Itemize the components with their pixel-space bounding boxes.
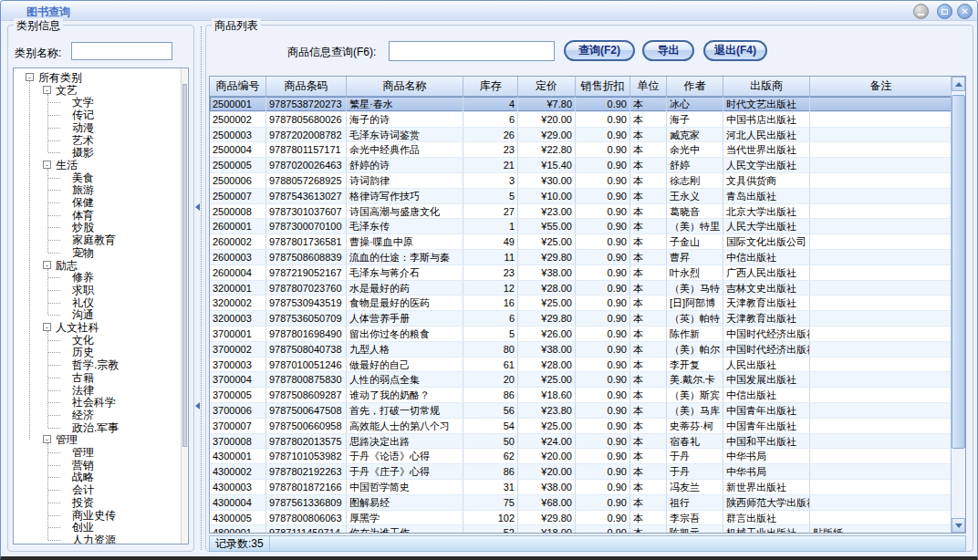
- column-header-product-name[interactable]: 商品名称: [347, 77, 463, 96]
- tree-item-sub[interactable]: 营销: [14, 459, 180, 472]
- tree-expander-icon[interactable]: -: [43, 161, 51, 169]
- table-row[interactable]: 43000059787800806063厚黑学102¥29.800.90本李宗吾…: [210, 511, 965, 526]
- tree-item-sub[interactable]: 会计: [14, 483, 180, 496]
- splitter-collapse-arrow-top[interactable]: [195, 203, 200, 211]
- panel-splitter[interactable]: [195, 23, 203, 554]
- title-bar[interactable]: 图书查询 ✕: [1, 1, 977, 21]
- tree-expander-icon[interactable]: -: [43, 86, 51, 94]
- tree-item-sub[interactable]: 商业史传: [14, 509, 180, 522]
- tree-scrollbar[interactable]: [181, 68, 187, 544]
- table-row[interactable]: 43000019787101053982于丹《论语》心得62¥20.000.90…: [210, 449, 965, 464]
- tree-expander-icon[interactable]: -: [26, 73, 34, 81]
- tree-item-sub[interactable]: 艺术: [14, 134, 180, 147]
- tree-item-sub[interactable]: 文学: [14, 96, 180, 109]
- table-row[interactable]: 25000089787301037607诗国高潮与盛唐文化27¥23.000.9…: [210, 204, 965, 220]
- table-row[interactable]: 32000039787536050709人体营养手册6¥29.800.90本（英…: [210, 311, 965, 327]
- tree-item-sub[interactable]: 管理: [14, 446, 180, 459]
- tree-item-sub[interactable]: 保健: [14, 196, 180, 209]
- table-row[interactable]: 25000059787020026463舒婷的诗21¥15.400.90本舒婷人…: [210, 158, 965, 173]
- tree-item-sub[interactable]: 体育: [14, 209, 180, 222]
- tree-scrollbar-thumb[interactable]: [182, 84, 187, 447]
- tree-item-sub[interactable]: 旅游: [14, 183, 180, 196]
- table-row[interactable]: 25000079787543613027格律诗写作技巧5¥10.000.90本王…: [210, 189, 965, 204]
- table-row[interactable]: 37000019787801698490留出你过冬的粮食5¥26.000.90本…: [210, 327, 965, 342]
- column-header-publisher[interactable]: 出版商: [723, 77, 810, 96]
- table-row[interactable]: 32000019787807023760水是最好的药12¥28.000.90本（…: [210, 281, 965, 296]
- category-tree[interactable]: -所有类别-文艺文学传记动漫艺术摄影-生活美食旅游保健体育炒股家庭教育宠物-励志…: [13, 67, 189, 544]
- exit-button[interactable]: 退出(F4): [703, 40, 767, 61]
- tree-item-sub[interactable]: 求职: [14, 284, 180, 296]
- tree-item-cat[interactable]: -励志: [14, 259, 180, 272]
- tree-item-sub[interactable]: 沟通: [14, 308, 180, 321]
- tree-item-sub[interactable]: 古籍: [14, 371, 180, 384]
- column-header-stock[interactable]: 库存: [463, 77, 518, 96]
- tree-item-sub[interactable]: 人力资源: [14, 534, 180, 544]
- tree-item-cat[interactable]: -生活: [14, 159, 180, 171]
- tree-item-sub[interactable]: 哲学.宗教: [14, 358, 180, 371]
- export-button[interactable]: 导出: [642, 40, 694, 61]
- column-header-author[interactable]: 作者: [667, 77, 723, 96]
- maximize-button[interactable]: [937, 4, 952, 19]
- tree-item-sub[interactable]: 文化: [14, 334, 180, 347]
- tree-item-cat[interactable]: -文艺: [14, 84, 180, 97]
- product-search-input[interactable]: [389, 41, 555, 61]
- minimize-button[interactable]: [913, 4, 929, 19]
- table-row[interactable]: 43000049787561336809图解易经75¥68.000.90本祖行陕…: [210, 495, 965, 511]
- tree-item-sub[interactable]: 传记: [14, 109, 180, 121]
- tree-item-sub[interactable]: 法律: [14, 384, 180, 397]
- tree-expander-icon[interactable]: -: [43, 261, 51, 269]
- table-row[interactable]: 37000059787508609287谁动了我的奶酪？86¥18.600.90…: [210, 388, 965, 403]
- query-button[interactable]: 查询(F2): [564, 40, 635, 61]
- tree-item-cat[interactable]: -管理: [14, 433, 180, 446]
- scroll-down-button[interactable]: [952, 518, 965, 533]
- column-header-remark[interactable]: 备注: [810, 77, 952, 96]
- category-name-input[interactable]: [71, 42, 172, 60]
- tree-item-sub[interactable]: 礼仪: [14, 296, 180, 309]
- column-header-barcode[interactable]: 商品条码: [266, 77, 347, 96]
- column-header-discount[interactable]: 销售折扣: [576, 77, 630, 96]
- table-row[interactable]: 43000039787801872166中国哲学简史31¥38.000.90本冯…: [210, 480, 965, 495]
- table-row[interactable]: 37000029787508040738九型人格80¥38.000.90本（美）…: [210, 342, 965, 358]
- tree-item-sub[interactable]: 摄影: [14, 146, 180, 159]
- tree-item-sub[interactable]: 经济: [14, 409, 180, 421]
- column-header-product-id[interactable]: 商品编号: [210, 77, 266, 96]
- table-row[interactable]: 25000019787538720273繁星·春水4¥7.800.90本冰心时代…: [210, 97, 965, 112]
- table-row[interactable]: 26000049787219052167毛泽东与蒋介石23¥38.000.90本…: [210, 265, 965, 281]
- table-row[interactable]: 37000079787500660958高效能人士的第八个习54¥25.000.…: [210, 419, 965, 434]
- table-scrollbar-thumb[interactable]: [952, 95, 965, 449]
- table-row[interactable]: 32000029787530943519食物是最好的医药16¥25.000.90…: [210, 296, 965, 311]
- tree-item-all[interactable]: -所有类别: [14, 71, 180, 84]
- tree-item-sub[interactable]: 政治.军事: [14, 421, 180, 434]
- table-row[interactable]: 37000039787010051246做最好的自己61¥28.000.90本李…: [210, 358, 965, 373]
- table-row[interactable]: 25000069788057268925诗词韵律3¥30.000.90本徐志刚文…: [210, 173, 965, 189]
- table-row[interactable]: 48000019787111459714你在为谁工作52¥18.000.90本陈…: [210, 525, 965, 534]
- tree-item-sub[interactable]: 修养: [14, 271, 180, 284]
- tree-item-cat[interactable]: -人文社科: [14, 321, 180, 334]
- scroll-up-button[interactable]: [952, 77, 965, 91]
- close-button[interactable]: ✕: [957, 4, 973, 19]
- column-header-unit[interactable]: 单位: [630, 77, 667, 96]
- tree-item-sub[interactable]: 动漫: [14, 121, 180, 134]
- table-scrollbar[interactable]: [951, 77, 965, 533]
- table-row[interactable]: 37000049787800875830人性的弱点全集20¥25.000.90本…: [210, 372, 965, 388]
- table-row[interactable]: 26000029787801736581曹操·喋血中原49¥25.000.90本…: [210, 234, 965, 250]
- table-row[interactable]: 25000029787805680026海子的诗6¥20.000.90本海子中国…: [210, 112, 965, 128]
- table-row[interactable]: 37000069787500647508首先，打破一切常规56¥23.800.9…: [210, 403, 965, 419]
- table-row[interactable]: 25000039787202008782毛泽东诗词鉴赏26¥29.000.90本…: [210, 128, 965, 143]
- tree-expander-icon[interactable]: -: [43, 323, 51, 331]
- tree-item-sub[interactable]: 社会科学: [14, 396, 180, 409]
- tree-expander-icon[interactable]: -: [43, 435, 51, 443]
- splitter-collapse-arrow-bottom[interactable]: [195, 402, 200, 410]
- table-row[interactable]: 25000049787801157171余光中经典作品23¥22.800.90本…: [210, 142, 965, 158]
- table-row[interactable]: 37000089787802013575思路决定出路50¥24.000.90本宿…: [210, 434, 965, 450]
- column-header-price[interactable]: 定价: [518, 77, 576, 96]
- tree-item-sub[interactable]: 投资: [14, 496, 180, 509]
- table-row[interactable]: 26000019787300070100毛泽东传1¥55.000.90本（美）特…: [210, 219, 965, 234]
- tree-item-sub[interactable]: 战略: [14, 471, 180, 483]
- tree-item-sub[interactable]: 历史: [14, 346, 180, 358]
- tree-item-sub[interactable]: 炒股: [14, 221, 180, 233]
- table-row[interactable]: 26000039787508608839流血的仕途：李斯与秦11¥29.800.…: [210, 250, 965, 265]
- tree-item-sub[interactable]: 宠物: [14, 246, 180, 259]
- table-row[interactable]: 43000029787802192263于丹《庄子》心得86¥20.000.90…: [210, 464, 965, 480]
- tree-item-sub[interactable]: 家庭教育: [14, 233, 180, 246]
